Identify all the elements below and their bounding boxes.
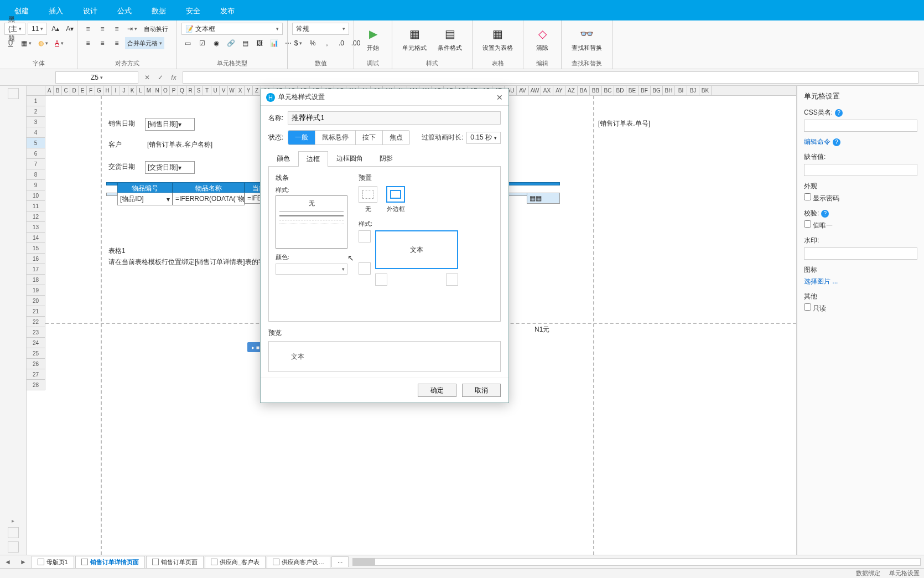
col-header-E[interactable]: E — [79, 86, 87, 95]
row-header-5[interactable]: 5 — [27, 138, 45, 148]
readonly-checkbox[interactable]: 只读 — [804, 303, 917, 313]
cond-format-button[interactable]: ▤条件格式 — [432, 23, 468, 54]
state-focus[interactable]: 焦点 — [383, 131, 409, 144]
help-icon-3[interactable]: ? — [821, 210, 829, 218]
merge-cells-button[interactable]: 合并单元格 — [125, 37, 164, 49]
field-customer[interactable]: [销售订单表.客户名称] — [145, 139, 245, 151]
preset-none[interactable]: 无 — [359, 186, 377, 213]
col-header-D[interactable]: D — [70, 86, 79, 95]
col-header-BJ[interactable]: BJ — [687, 86, 699, 95]
col-header-BE[interactable]: BE — [626, 86, 639, 95]
col-header-BB[interactable]: BB — [590, 86, 602, 95]
line-dash[interactable] — [279, 220, 344, 220]
name-input[interactable] — [288, 111, 501, 125]
fx-icon[interactable]: fx — [167, 74, 180, 81]
row-header-14[interactable]: 14 — [27, 233, 45, 243]
col-header-V[interactable]: V — [220, 86, 228, 95]
row-header-20[interactable]: 20 — [27, 296, 45, 306]
menu-insert[interactable]: 插入 — [39, 2, 73, 20]
find-replace-button[interactable]: 👓查找和替换 — [566, 23, 608, 54]
number-format-select[interactable]: 常规 — [292, 23, 349, 35]
font-grow-icon[interactable]: A▴ — [49, 23, 61, 35]
css-class-input[interactable] — [804, 120, 917, 132]
watermark-input[interactable] — [804, 247, 917, 260]
ok-button[interactable]: 确定 — [418, 384, 456, 397]
align-right-icon[interactable]: ≡ — [111, 37, 123, 49]
row-header-2[interactable]: 2 — [27, 106, 45, 117]
row-header-1[interactable]: 1 — [27, 96, 45, 106]
row-header-17[interactable]: 17 — [27, 264, 45, 275]
wrap-text-button[interactable]: 自动换行 — [142, 23, 170, 35]
subtab-shadow[interactable]: 阴影 — [371, 151, 401, 166]
ct-5-icon[interactable]: ▤ — [239, 37, 251, 49]
menu-formula[interactable]: 公式 — [107, 2, 142, 20]
celltype-select[interactable]: 📝 文本框 — [181, 23, 283, 35]
font-color-icon[interactable]: A — [53, 37, 66, 49]
subtab-border[interactable]: 边框 — [298, 151, 328, 167]
tab-detail[interactable]: 销售订单详情页面 — [75, 556, 145, 568]
row-header-26[interactable]: 26 — [27, 359, 45, 369]
select-image-link[interactable]: 选择图片 ... — [804, 277, 838, 285]
duration-select[interactable]: 0.15 秒▾ — [466, 132, 501, 144]
row-header-22[interactable]: 22 — [27, 317, 45, 327]
row-header-10[interactable]: 10 — [27, 190, 45, 201]
col-header-U[interactable]: U — [211, 86, 220, 95]
line-color-select[interactable] — [276, 264, 347, 275]
status-databind[interactable]: 数据绑定 — [856, 569, 880, 577]
td-item-name[interactable]: =IFERROR(ODATA("物 — [173, 193, 245, 205]
col-header-BC[interactable]: BC — [602, 86, 614, 95]
row-header-18[interactable]: 18 — [27, 275, 45, 285]
col-header-R[interactable]: R — [186, 86, 195, 95]
dialog-close-icon[interactable]: ✕ — [496, 93, 503, 102]
menu-security[interactable]: 安全 — [176, 2, 210, 20]
clear-button[interactable]: ◇清除 — [528, 23, 557, 54]
col-header-BA[interactable]: BA — [578, 86, 590, 95]
col-header-W[interactable]: W — [228, 86, 236, 95]
line-thick[interactable] — [279, 215, 344, 216]
table-row-handle[interactable] — [106, 182, 117, 185]
td-item-id[interactable]: [物品ID] ▾ — [117, 193, 173, 205]
col-header-BD[interactable]: BD — [614, 86, 626, 95]
align-mid-icon[interactable]: ≡ — [96, 23, 108, 35]
tab-supplier-set[interactable]: 供应商客户设… — [267, 556, 330, 568]
col-header-BG[interactable]: BG — [651, 86, 663, 95]
edit-command-link[interactable]: 编辑命令 — [804, 138, 830, 146]
set-table-button[interactable]: ▦设置为表格 — [477, 23, 518, 54]
fx-cancel-icon[interactable]: ✕ — [141, 74, 154, 81]
border-right-btn[interactable] — [446, 273, 458, 286]
col-header-BH[interactable]: BH — [663, 86, 675, 95]
row-header-11[interactable]: 11 — [27, 201, 45, 211]
col-header-AW[interactable]: AW — [529, 86, 541, 95]
col-header-Q[interactable]: Q — [178, 86, 186, 95]
row-header-12[interactable]: 12 — [27, 211, 45, 222]
col-header-J[interactable]: J — [120, 86, 128, 95]
dec-inc-icon[interactable]: .0 — [335, 37, 347, 49]
row-header-23[interactable]: 23 — [27, 327, 45, 338]
underline-icon[interactable]: U — [4, 37, 17, 49]
col-header-N[interactable]: N — [153, 86, 162, 95]
ct-2-icon[interactable]: ☑ — [196, 37, 208, 49]
col-header-C[interactable]: C — [62, 86, 70, 95]
state-press[interactable]: 按下 — [356, 131, 383, 144]
col-header-M[interactable]: M — [145, 86, 153, 95]
field-sales-date[interactable]: [销售日期] ▾ — [145, 118, 195, 131]
gutter-icon-2[interactable] — [8, 527, 19, 538]
help-icon[interactable]: ? — [835, 109, 843, 117]
ct-1-icon[interactable]: ▭ — [181, 37, 194, 49]
border-left-btn[interactable] — [375, 273, 387, 286]
show-password-checkbox[interactable]: 显示密码 — [804, 193, 917, 203]
ct-4-icon[interactable]: 🔗 — [225, 37, 237, 49]
line-dot[interactable] — [279, 224, 344, 224]
menu-data[interactable]: 数据 — [142, 2, 176, 20]
align-left-icon[interactable]: ≡ — [82, 37, 94, 49]
field-delivery[interactable]: [交货日期] ▾ — [145, 161, 195, 174]
col-header-T[interactable]: T — [203, 86, 211, 95]
col-header-P[interactable]: P — [170, 86, 178, 95]
row-header-27[interactable]: 27 — [27, 369, 45, 380]
col-header-H[interactable]: H — [103, 86, 112, 95]
col-header-S[interactable]: S — [195, 86, 203, 95]
align-center-icon[interactable]: ≡ — [96, 37, 108, 49]
default-value-input[interactable] — [804, 164, 917, 176]
border-top-btn[interactable] — [359, 230, 371, 242]
row-header-4[interactable]: 4 — [27, 127, 45, 138]
